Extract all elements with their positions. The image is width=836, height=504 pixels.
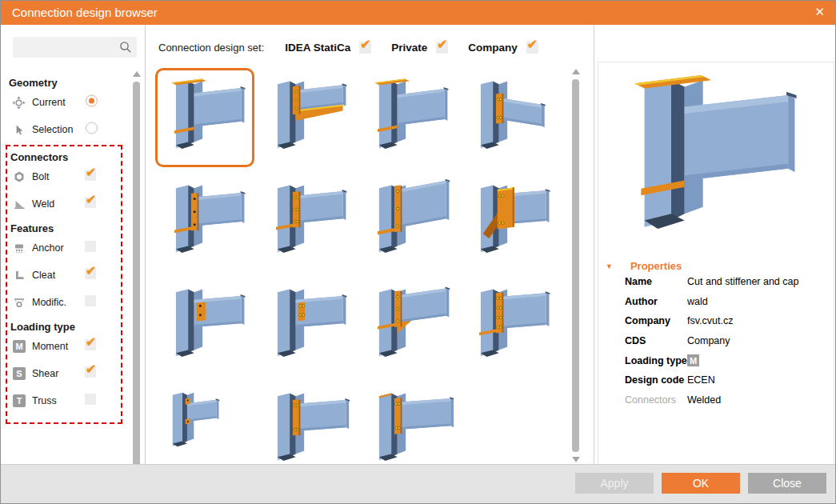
filter-label: Modific.: [32, 297, 66, 308]
filter-item-moment[interactable]: MMoment: [7, 333, 121, 360]
property-label: Name: [625, 276, 687, 287]
filter-item-shear[interactable]: SShear: [7, 360, 121, 387]
sidebar-scrollbar[interactable]: [131, 71, 142, 482]
property-row-company: Companyfsv.cvut.cz: [606, 311, 830, 331]
property-label: Loading type: [625, 355, 687, 366]
connection-render: [362, 282, 454, 370]
scrollbar-thumb[interactable]: [133, 82, 140, 472]
filter-item-weld[interactable]: Weld: [7, 190, 121, 218]
thumbnail-7[interactable]: [358, 172, 458, 271]
filter-highlight-box: ConnectorsBoltWeldFeaturesAnchorCleatMod…: [6, 145, 122, 424]
apply-button[interactable]: Apply: [575, 473, 654, 494]
property-value: Cut and stiffener and cap: [687, 276, 798, 287]
property-label: Author: [625, 296, 687, 307]
thumbnail-10[interactable]: [257, 276, 356, 375]
property-row-name: NameCut and stiffener and cap: [606, 272, 830, 292]
truss-badge-icon: T: [12, 394, 26, 408]
design-set-option-ideastatica: IDEA StatiCa: [285, 42, 371, 54]
collapse-triangle-icon: ▼: [606, 262, 613, 270]
property-row-designcode: Design codeECEN: [606, 370, 830, 390]
filter-item-selection[interactable]: Selection: [1, 116, 130, 143]
connection-render: [362, 178, 454, 266]
grid-scrollbar[interactable]: [570, 69, 582, 462]
radio-current[interactable]: [86, 95, 98, 107]
shear-badge-icon: S: [12, 366, 26, 381]
filter-item-current[interactable]: Current: [1, 89, 130, 116]
search-input[interactable]: [18, 39, 115, 57]
thumbnail-9[interactable]: [155, 276, 254, 375]
footer-buttons: ApplyOKClose: [575, 473, 826, 494]
property-row-cds: CDSCompany: [606, 331, 830, 351]
properties-header[interactable]: ▼ Properties: [606, 260, 830, 272]
connection-render: [159, 74, 250, 162]
scrollbar-thumb[interactable]: [572, 79, 579, 452]
scroll-down-icon[interactable]: [572, 457, 580, 462]
property-value: Welded: [687, 394, 721, 406]
checkbox-shear[interactable]: [85, 366, 96, 378]
thumbnail-2[interactable]: [257, 68, 356, 167]
modific-icon: [12, 295, 26, 310]
checkbox-modific[interactable]: [85, 295, 96, 306]
thumbnail-11[interactable]: [358, 276, 458, 375]
filter-label: Cleat: [32, 270, 55, 281]
design-set-option-label: Company: [468, 42, 518, 54]
filter-label: Bolt: [32, 171, 50, 182]
moment-badge-icon: M: [12, 339, 26, 354]
connection-render: [261, 178, 352, 266]
checkbox-cleat[interactable]: [85, 268, 96, 279]
filter-section-heading: Connectors: [10, 151, 121, 163]
cursor-icon: [11, 122, 26, 137]
connection-render: [362, 386, 454, 474]
scroll-up-icon[interactable]: [133, 71, 141, 77]
filter-item-bolt[interactable]: Bolt: [7, 163, 121, 190]
filter-sidebar: GeometryCurrentSelection ConnectorsBoltW…: [1, 25, 146, 465]
thumbnail-12[interactable]: [460, 276, 559, 375]
design-grid-area: Connection design set: IDEA StatiCaPriva…: [146, 25, 594, 465]
checkbox-anchor[interactable]: [85, 241, 96, 252]
design-set-checkbox[interactable]: [526, 42, 538, 54]
filter-item-cleat[interactable]: Cleat: [7, 262, 121, 289]
filter-section-heading: Geometry: [9, 77, 130, 89]
filter-item-anchor[interactable]: Anchor: [7, 234, 121, 262]
thumbnail-1[interactable]: [155, 68, 254, 167]
window-title: Connection design browser: [12, 6, 158, 19]
property-label: Design code: [625, 374, 687, 386]
connection-render: [464, 74, 555, 162]
thumbnail-grid: [155, 68, 559, 479]
filter-label: Truss: [32, 395, 57, 406]
close-icon[interactable]: ✕: [814, 5, 825, 19]
design-set-option-private: Private: [391, 42, 448, 54]
design-set-checkbox[interactable]: [436, 42, 448, 54]
connection-render: [159, 386, 250, 474]
checkbox-moment[interactable]: [85, 339, 96, 350]
property-value: ECEN: [687, 374, 715, 386]
connection-render: [159, 282, 250, 370]
connection-render: [362, 74, 454, 162]
property-value: Company: [687, 335, 730, 346]
search-icon: [118, 40, 133, 58]
property-label: Connectors: [625, 394, 687, 406]
scroll-up-icon[interactable]: [572, 69, 580, 74]
filter-section-heading: Loading type: [10, 321, 121, 333]
filter-label: Current: [32, 97, 66, 108]
footer-bar: ApplyOKClose: [1, 464, 835, 503]
checkbox-truss[interactable]: [85, 394, 96, 405]
property-row-author: Authorwald: [606, 292, 830, 312]
connection-render: [261, 386, 352, 474]
design-set-checkbox[interactable]: [359, 42, 371, 54]
filter-groups-plain: GeometryCurrentSelection: [1, 77, 130, 143]
thumbnail-5[interactable]: [155, 172, 254, 271]
checkbox-weld[interactable]: [85, 197, 96, 208]
ok-button[interactable]: OK: [662, 473, 740, 494]
filter-item-modific[interactable]: Modific.: [7, 289, 121, 316]
search-box: [13, 37, 137, 58]
radio-selection[interactable]: [86, 122, 98, 134]
close-button[interactable]: Close: [748, 473, 826, 494]
thumbnail-8[interactable]: [460, 172, 559, 271]
checkbox-bolt[interactable]: [85, 170, 96, 181]
anchor-icon: [12, 241, 26, 255]
filter-item-truss[interactable]: TTruss: [7, 387, 121, 414]
thumbnail-3[interactable]: [358, 68, 458, 167]
thumbnail-4[interactable]: [460, 68, 559, 167]
thumbnail-6[interactable]: [257, 172, 356, 271]
